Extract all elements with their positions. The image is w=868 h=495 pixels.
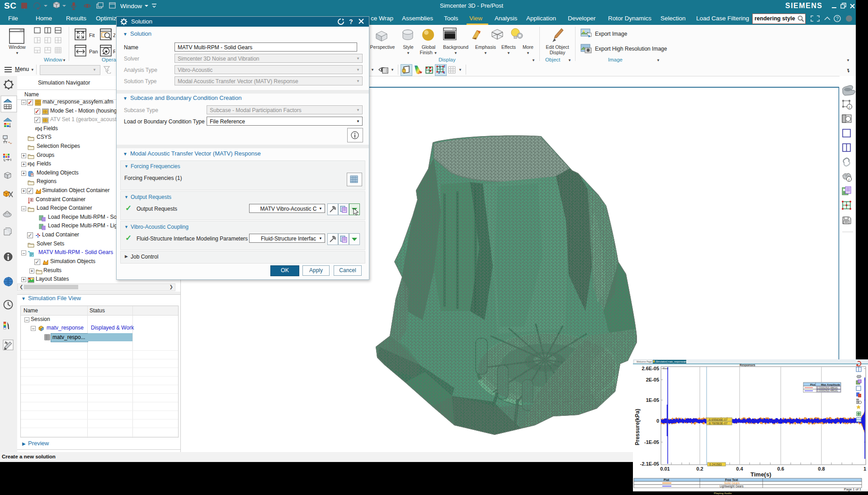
svg-text:0.000026(0.48616): 0.000026(0.48616): [817, 389, 838, 392]
svg-text:Solid Gears: Solid Gears: [724, 481, 740, 485]
svg-text:2E-05: 2E-05: [646, 377, 659, 382]
svg-text:-6.655836E-07: -6.655836E-07: [708, 418, 727, 421]
svg-text:Plot: Plot: [664, 478, 670, 481]
svg-text:Window: Window: [120, 3, 142, 9]
svg-text:[Simulation] matv_response.sim: [Simulation] matv_response.sim: [656, 360, 688, 363]
svg-text:1: 1: [439, 65, 441, 68]
svg-text:-1E-05: -1E-05: [644, 439, 659, 445]
svg-text:2.6E-05: 2.6E-05: [642, 366, 659, 371]
svg-text:-2.1E-05: -2.1E-05: [640, 461, 659, 467]
svg-text:Welcome Page: Welcome Page: [637, 360, 652, 363]
svg-text:0.4: 0.4: [736, 466, 743, 471]
svg-text:Free Text: Free Text: [725, 478, 738, 481]
svg-text:Fit: Fit: [89, 33, 94, 38]
svg-text:?: ?: [349, 18, 353, 25]
svg-text:3: 3: [438, 71, 440, 74]
svg-text:0.8: 0.8: [818, 466, 825, 471]
svg-text:0: 0: [656, 418, 659, 424]
svg-text:0.241583: 0.241583: [709, 463, 722, 466]
svg-text:R: R: [113, 49, 115, 54]
svg-text:Z: Z: [113, 33, 115, 38]
svg-text:?: ?: [836, 16, 839, 21]
svg-text:2: 2: [443, 65, 445, 68]
svg-text:1: 1: [863, 466, 866, 471]
svg-text:Time(s): Time(s): [750, 471, 771, 478]
svg-text:Lightweight Gears: Lightweight Gears: [720, 485, 744, 488]
svg-text:1E-05: 1E-05: [646, 397, 659, 403]
svg-text:Page 1 of 1: Page 1 of 1: [844, 487, 861, 491]
svg-text:0.6: 0.6: [777, 466, 784, 471]
svg-text:0.000025(0.48616): 0.000025(0.48616): [817, 387, 838, 389]
svg-text:Pan: Pan: [89, 49, 98, 54]
svg-text:4: 4: [443, 71, 445, 74]
svg-text:0.2: 0.2: [696, 466, 703, 471]
svg-text:Plot: Plot: [810, 383, 815, 386]
svg-text:Max Amplitude: Max Amplitude: [821, 383, 840, 386]
svg-text:-8.760563E-07: -8.760563E-07: [708, 422, 727, 425]
svg-text:0.01: 0.01: [660, 466, 670, 471]
svg-text:Responses: Responses: [740, 363, 755, 367]
svg-text:Pressure(kPa): Pressure(kPa): [634, 409, 641, 445]
